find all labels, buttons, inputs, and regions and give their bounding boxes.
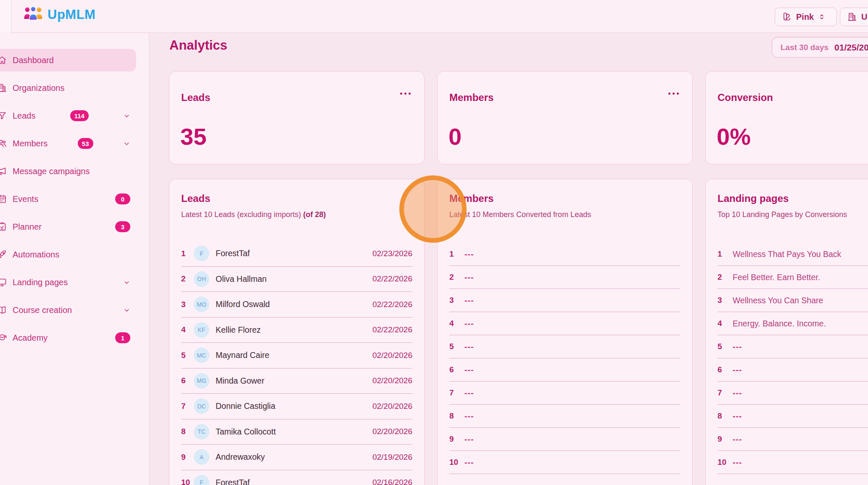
sidebar-item-dashboard[interactable]: Dashboard <box>0 49 136 72</box>
theme-selector-button[interactable]: Pink <box>775 8 837 26</box>
landing-page-row[interactable]: 7 --- <box>718 382 868 405</box>
member-row[interactable]: 6 --- <box>449 358 681 382</box>
sidebar-item-events[interactable]: Events 0 <box>0 188 136 210</box>
lead-date: 02/19/2026 <box>372 453 412 462</box>
more-options-icon[interactable] <box>667 90 680 97</box>
lead-name: Milford Oswald <box>216 299 270 309</box>
member-name: --- <box>464 273 474 282</box>
lead-row[interactable]: 8 TC Tamika Collocott 02/20/2026 <box>181 419 412 445</box>
app-logo[interactable]: UpMLM <box>23 5 95 24</box>
sidebar-item-landing-pages[interactable]: Landing pages <box>0 271 136 294</box>
sidebar-item-message-campaigns[interactable]: Message campaigns <box>0 160 136 183</box>
member-row[interactable]: 9 --- <box>449 428 681 451</box>
lead-row[interactable]: 10 F ForestTaf 02/16/2026 <box>181 470 412 485</box>
sidebar-item-course-creation[interactable]: Course creation <box>0 299 136 321</box>
page-title: Analytics <box>169 38 227 53</box>
sidebar-item-badge: 0 <box>115 193 130 204</box>
landing-page-row[interactable]: 10 --- <box>718 451 868 474</box>
members-list-card: Members Latest 10 Members Converted from… <box>437 179 693 485</box>
sidebar-item-organizations[interactable]: Organizations <box>0 77 136 99</box>
member-row[interactable]: 8 --- <box>449 405 681 428</box>
member-row[interactable]: 2 --- <box>449 266 681 289</box>
top-header: UpMLM Pink U <box>0 0 868 33</box>
chevron-down-icon[interactable] <box>123 140 130 147</box>
sidebar-item-badge: 3 <box>115 221 130 232</box>
landing-page-row[interactable]: 9 --- <box>718 428 868 451</box>
row-rank: 6 <box>449 365 462 374</box>
member-row[interactable]: 7 --- <box>449 382 681 405</box>
stat-card-title: Conversion <box>718 92 773 103</box>
sidebar-nav: Dashboard Organizations Leads 114 <box>0 49 136 354</box>
landing-page-row[interactable]: 8 --- <box>718 405 868 428</box>
member-row[interactable]: 3 --- <box>449 289 681 312</box>
list-title: Landing pages <box>718 193 789 204</box>
row-rank: 5 <box>181 351 194 360</box>
row-rank: 2 <box>718 273 730 282</box>
lead-name: Andrewaxoky <box>216 452 265 462</box>
row-rank: 8 <box>449 411 462 421</box>
lead-row[interactable]: 4 KF Kellie Florez 02/22/2026 <box>181 318 412 343</box>
chevron-down-icon[interactable] <box>123 307 130 314</box>
sidebar-item-label: Academy <box>13 333 47 343</box>
lead-row[interactable]: 2 OH Oliva Hallman 02/22/2026 <box>181 267 412 292</box>
member-row[interactable]: 4 --- <box>449 312 681 335</box>
member-row[interactable]: 1 --- <box>449 243 681 266</box>
date-range-preset: Last 30 days <box>781 43 828 52</box>
sidebar: Dashboard Organizations Leads 114 <box>0 33 149 485</box>
lead-row[interactable]: 6 MG Minda Gower 02/20/2026 <box>181 368 412 394</box>
sidebar-item-label: Organizations <box>13 83 64 93</box>
organization-switcher-button[interactable]: U <box>840 8 868 26</box>
lead-date: 02/20/2026 <box>372 376 412 385</box>
lead-row[interactable]: 7 DC Donnie Castiglia 02/20/2026 <box>181 394 412 419</box>
landing-page-name: --- <box>733 388 742 398</box>
chevron-down-icon[interactable] <box>123 279 130 286</box>
landing-page-row[interactable]: 4 Energy. Balance. Income. <box>718 312 868 335</box>
lead-row[interactable]: 3 MO Milford Oswald 02/22/2026 <box>181 292 412 318</box>
sidebar-item-leads[interactable]: Leads 114 <box>0 104 136 127</box>
app-window: UpMLM Pink U Dashboard <box>0 0 868 485</box>
stat-card-members: Members 0 <box>437 71 693 164</box>
lead-date: 02/20/2026 <box>372 402 412 411</box>
chevron-down-icon[interactable] <box>123 112 130 119</box>
lead-row[interactable]: 9 A Andrewaxoky 02/19/2026 <box>181 445 412 470</box>
member-name: --- <box>464 249 474 259</box>
member-row[interactable]: 5 --- <box>449 335 681 358</box>
landing-page-row[interactable]: 2 Feel Better. Earn Better. <box>718 266 868 289</box>
logo-people-icon <box>23 5 43 24</box>
row-rank: 10 <box>181 478 194 485</box>
building-icon <box>847 12 857 22</box>
sidebar-item-label: Leads <box>13 111 36 121</box>
row-rank: 4 <box>449 319 462 328</box>
sidebar-item-planner[interactable]: Planner 3 <box>0 215 136 238</box>
landing-page-name: --- <box>733 342 742 352</box>
lead-row[interactable]: 1 F ForestTaf 02/23/2026 <box>181 241 412 267</box>
avatar: KF <box>194 322 209 338</box>
landing-page-row[interactable]: 1 Wellness That Pays You Back <box>718 243 868 266</box>
landing-page-row[interactable]: 6 --- <box>718 358 868 382</box>
member-name: --- <box>464 458 474 467</box>
lead-row[interactable]: 5 MC Maynard Caire 02/20/2026 <box>181 343 412 368</box>
row-rank: 5 <box>718 342 730 351</box>
landing-page-row[interactable]: 3 Wellness You Can Share <box>718 289 868 312</box>
color-swatches-icon <box>782 12 792 22</box>
leads-rows: 1 F ForestTaf 02/23/2026 2 OH Oliva Hall… <box>181 241 412 485</box>
date-range-picker[interactable]: Last 30 days 01/25/20 <box>772 37 868 58</box>
lead-date: 02/22/2026 <box>372 325 412 334</box>
avatar: F <box>194 246 209 261</box>
landing-page-name: Feel Better. Earn Better. <box>733 273 820 282</box>
row-rank: 3 <box>181 300 194 309</box>
landing-page-row[interactable]: 5 --- <box>718 335 868 358</box>
landing-page-name: Wellness That Pays You Back <box>733 249 841 259</box>
sidebar-item-automations[interactable]: Automations <box>0 243 136 266</box>
sidebar-item-academy[interactable]: Academy 1 <box>0 326 136 349</box>
lead-name: Minda Gower <box>216 376 264 386</box>
more-options-icon[interactable] <box>399 90 412 97</box>
avatar: MG <box>194 373 209 389</box>
stat-card-leads: Leads 35 <box>169 71 425 164</box>
sidebar-item-members[interactable]: Members 53 <box>0 132 136 155</box>
row-rank: 2 <box>181 274 194 284</box>
lead-date: 02/22/2026 <box>372 274 412 284</box>
member-row[interactable]: 10 --- <box>449 451 681 474</box>
member-name: --- <box>464 411 474 421</box>
list-subtitle: Top 10 Landing Pages by Conversions <box>718 210 847 219</box>
